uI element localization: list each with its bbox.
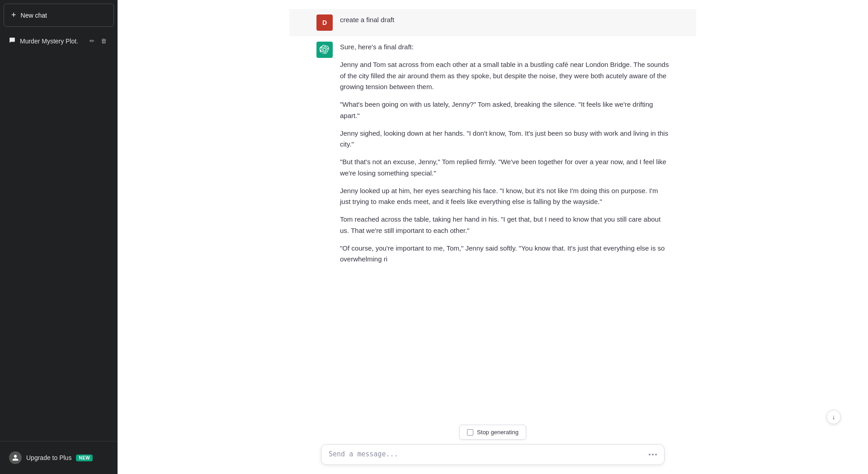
ai-para-2: "What's been going on with us lately, Je… [340,99,669,122]
chat-icon [9,37,15,45]
upgrade-to-plus-button[interactable]: Upgrade to Plus NEW [4,447,114,469]
chat-item-label: Murder Mystery Plot. [20,38,83,45]
new-chat-label: New chat [21,12,47,19]
chat-container: D create a final draft Sure, here's a fi… [118,0,868,419]
user-message-text: create a final draft [340,16,394,24]
stop-checkbox-icon [467,429,473,436]
ai-para-7: "Of course, you're important to me, Tom,… [340,243,669,265]
new-badge: NEW [76,455,93,461]
scroll-down-button[interactable]: ↓ [826,410,841,424]
sidebar: + New chat Murder Mystery Plot. ✏ 🗑 Up [0,0,118,474]
ai-para-6: Tom reached across the table, taking her… [340,214,669,237]
ai-para-1: Jenny and Tom sat across from each other… [340,59,669,93]
upgrade-label: Upgrade to Plus [26,454,71,461]
ai-message-content: Sure, here's a final draft: Jenny and To… [340,42,669,265]
chat-item-actions: ✏ 🗑 [88,37,108,45]
ai-para-4: "But that's not an excuse, Jenny," Tom r… [340,156,669,179]
stop-generating-label: Stop generating [477,429,519,436]
stop-generating-button[interactable]: Stop generating [459,425,526,440]
chat-list: Murder Mystery Plot. ✏ 🗑 [0,30,118,441]
user-message-content: create a final draft [340,14,669,26]
ai-intro: Sure, here's a final draft: [340,42,669,53]
avatar [9,451,22,464]
message-input[interactable] [329,449,644,460]
bottom-area: Stop generating [118,419,868,474]
main-content: D create a final draft Sure, here's a fi… [118,0,868,474]
plus-icon: + [11,10,16,20]
scroll-down-icon: ↓ [832,413,835,421]
options-icon[interactable] [649,454,657,455]
user-message-row: D create a final draft [289,9,696,36]
sidebar-footer: Upgrade to Plus NEW [0,441,118,474]
new-chat-button[interactable]: + New chat [4,4,114,27]
ai-para-5: Jenny looked up at him, her eyes searchi… [340,185,669,208]
ai-para-3: Jenny sighed, looking down at her hands.… [340,128,669,151]
ai-avatar [316,42,333,58]
chat-item[interactable]: Murder Mystery Plot. ✏ 🗑 [4,32,114,50]
ai-message-row: Sure, here's a final draft: Jenny and To… [289,36,696,270]
message-input-row [321,444,665,465]
rename-button[interactable]: ✏ [88,37,96,45]
delete-button[interactable]: 🗑 [99,37,108,45]
stop-generating-container: Stop generating [145,425,841,440]
user-avatar: D [316,14,333,31]
